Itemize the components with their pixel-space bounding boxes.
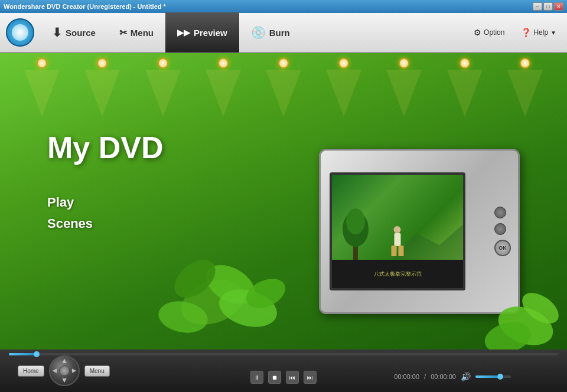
player-area: My DVD PlayScenes [0,53,567,392]
stage-light-1 [97,58,107,68]
light-beam-4 [266,70,301,117]
svg-marker-18 [62,378,66,383]
stage-light-8 [520,58,530,68]
tv-screen-content [332,175,463,260]
light-beam-8 [507,70,543,117]
volume-icon: 🔊 [461,372,471,381]
svg-marker-17 [62,359,66,363]
time-display: 00:00:00 / 00:00:00 🔊 [394,372,511,381]
dvd-menu-item-1[interactable]: Scenes [47,216,93,231]
tv-button-1[interactable] [494,207,506,218]
svg-point-10 [394,226,401,233]
volume-track[interactable] [475,375,511,378]
person-figure [390,225,405,260]
gear-icon: ⚙ [474,28,481,37]
home-button[interactable]: Home [18,365,44,377]
stage-light-5 [338,58,349,68]
option-label: Option [484,28,504,37]
tab-menu[interactable]: ✂ Menu [107,12,165,53]
help-button[interactable]: ❓ Help ▼ [516,25,561,40]
stop-button[interactable]: ⏹ [268,371,281,384]
menu-icon: ✂ [119,27,127,38]
minimize-button[interactable]: – [533,2,542,11]
source-icon: ⬇ [52,25,62,40]
svg-rect-11 [395,233,401,246]
help-icon: ❓ [521,28,531,37]
light-beam-1 [84,70,120,117]
nav-disc-area: Home Menu [18,355,110,386]
titlebar: Wondershare DVD Creator (Unregistered) -… [0,0,567,13]
svg-rect-12 [392,246,397,256]
dvd-menu-items: PlayScenes [47,195,93,231]
controls-row: Home Menu ⏸ ⏹ ⏮ ⏭ [9,359,558,390]
light-beam-0 [24,70,60,117]
time-total: 00:00:00 [431,373,456,380]
dvd-screen: My DVD PlayScenes [0,53,567,349]
preview-icon: ▶▶ [177,28,190,37]
window-controls: – □ ✕ [533,2,563,11]
control-bar: Home Menu ⏸ ⏹ ⏮ ⏭ [0,349,567,392]
menu-button[interactable]: Menu [84,365,110,377]
burn-icon: 💿 [251,25,266,40]
dvd-menu-item-0[interactable]: Play [47,195,93,210]
stage-light-2 [158,58,168,68]
stage-light-6 [399,58,409,68]
svg-point-8 [346,208,365,234]
light-beam-5 [326,70,361,117]
nav-tabs: ⬇ Source ✂ Menu ▶▶ Preview 💿 Burn [40,13,469,52]
tv-ok-button[interactable]: OK [494,240,511,256]
tab-preview[interactable]: ▶▶ Preview [165,12,239,53]
stage-lights [0,53,567,89]
option-button[interactable]: ⚙ Option [469,25,509,40]
toolbar: ⬇ Source ✂ Menu ▶▶ Preview 💿 Burn ⚙ Opti… [0,13,567,53]
tv-buttons: OK [494,207,511,256]
stage-light-3 [218,58,229,68]
dvd-title: My DVD [47,130,163,165]
transport-controls: ⏸ ⏹ ⏮ ⏭ [250,371,317,384]
time-separator: / [424,373,426,380]
tab-burn-label: Burn [269,28,290,38]
light-beam-3 [206,70,241,117]
light-beam-6 [386,70,422,117]
play-pause-button[interactable]: ⏸ [250,371,263,384]
logo-inner [12,24,28,41]
light-beam-2 [145,70,181,117]
tv-button-2[interactable] [494,223,506,235]
svg-marker-19 [52,368,56,373]
toolbar-right: ⚙ Option ❓ Help ▼ [469,25,561,40]
next-button[interactable]: ⏭ [304,371,317,384]
restore-button[interactable]: □ [543,2,553,11]
window-title: Wondershare DVD Creator (Unregistered) -… [4,3,166,10]
prev-button[interactable]: ⏮ [286,371,299,384]
tree-silhouette [338,207,373,260]
time-current: 00:00:00 [394,373,419,380]
stage-light-0 [37,58,47,68]
tab-burn[interactable]: 💿 Burn [239,12,302,53]
tab-preview-label: Preview [194,28,227,38]
help-chevron-icon: ▼ [550,30,556,36]
light-beam-7 [447,70,483,117]
app-logo [6,18,34,47]
help-label: Help [533,28,548,37]
volume-fill [475,375,500,378]
nav-disc[interactable] [49,355,80,386]
tab-menu-label: Menu [131,28,154,38]
tv-subtitle: 八式太极拳完整示范 [374,270,422,278]
leaves-bottom-right [431,261,549,349]
stage-light-7 [460,58,470,68]
svg-marker-20 [72,368,76,373]
svg-rect-13 [399,246,404,256]
vine-decoration [165,208,313,338]
stage-light-4 [278,58,289,68]
nav-disc-arrows [50,357,79,385]
close-button[interactable]: ✕ [554,2,563,11]
tab-source[interactable]: ⬇ Source [40,12,107,53]
tab-source-label: Source [66,28,96,38]
volume-thumb [497,374,503,380]
